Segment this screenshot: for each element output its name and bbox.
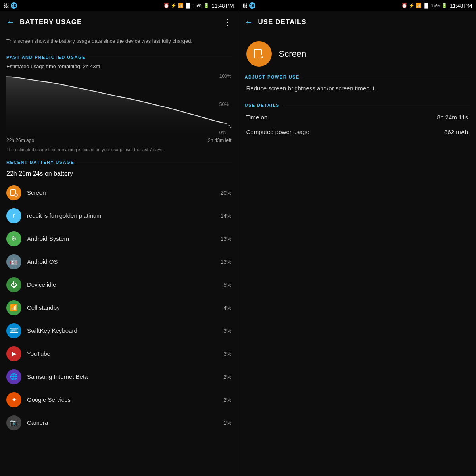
battery-list-item[interactable]: ⏻Device idle5% — [0, 273, 238, 296]
detail-value-0: 8h 24m 11s — [437, 114, 468, 121]
left-top-bar: ← BATTERY USAGE ⋮ — [0, 11, 238, 33]
battery-list-item[interactable]: ⌨SwiftKey Keyboard3% — [0, 319, 238, 342]
data-icon-r: 📶 — [416, 3, 422, 8]
right-back-button[interactable]: ← — [245, 17, 253, 27]
chart-y-labels: 100% 50% 0% — [219, 73, 232, 136]
battery-percent-right: 16% — [431, 3, 440, 8]
battery-list-item[interactable]: 📶Cell standby4% — [0, 296, 238, 319]
left-status-icons: 🖼 16 — [4, 2, 163, 9]
chart-time-labels: 22h 26m ago 2h 43m left — [0, 138, 238, 143]
section-past-predicted: PAST AND PREDICTED USAGE — [0, 51, 238, 62]
right-status-right-icons: ⏰ ⚡ 📶 ▐▌ 16% 🔋 11:48 PM — [401, 3, 472, 9]
battery-list-item[interactable]: 🤖Android OS13% — [0, 250, 238, 273]
app-percent-10: 1% — [223, 420, 231, 426]
signal-icon: ▐▌ — [185, 3, 192, 8]
battery-list-item[interactable]: 🌐Samsung Internet Beta2% — [0, 365, 238, 388]
app-name-2: Android System — [27, 235, 215, 242]
time-right: 11:48 PM — [450, 3, 472, 9]
app-percent-9: 2% — [223, 397, 231, 403]
app-icon-2: ⚙ — [6, 231, 21, 246]
battery-list-item[interactable]: Screen20% — [0, 181, 238, 204]
app-name-0: Screen — [27, 189, 215, 196]
data-icon: 📶 — [178, 3, 184, 8]
left-status-right-icons: ⏰ ⚡ 📶 ▐▌ 16% 🔋 11:48 PM — [163, 3, 234, 9]
app-icon-7: ▶ — [6, 346, 21, 361]
app-name-1: reddit is fun golden platinum — [27, 212, 215, 219]
photo-icon-right: 🖼 — [242, 3, 247, 8]
battery-list-item[interactable]: rreddit is fun golden platinum14% — [0, 204, 238, 227]
detail-label-1: Computed power usage — [246, 129, 309, 135]
app-percent-5: 4% — [223, 305, 231, 311]
app-icon-0 — [6, 185, 21, 200]
estimated-remaining: Estimated usage time remaining: 2h 43m — [0, 62, 238, 73]
screens-container: ← BATTERY USAGE ⋮ This screen shows the … — [0, 11, 476, 476]
notification-badge-right: 16 — [249, 2, 255, 9]
detail-row-0: Time on8h 24m 11s — [238, 110, 476, 125]
detail-rows: Time on8h 24m 11sComputed power usage862… — [238, 110, 476, 139]
right-screen-content: Screen ADJUST POWER USE Reduce screen br… — [238, 33, 476, 476]
dual-status-bar: 🖼 16 ⏰ ⚡ 📶 ▐▌ 16% 🔋 11:48 PM 🖼 16 ⏰ ⚡ 📶 … — [0, 0, 476, 11]
battery-list-item[interactable]: ▶YouTube3% — [0, 342, 238, 365]
battery-chart: 100% 50% 0% — [0, 73, 238, 136]
app-battery-list: Screen20%rreddit is fun golden platinum1… — [0, 181, 238, 434]
detail-value-1: 862 mAh — [444, 129, 468, 135]
app-percent-2: 13% — [220, 236, 231, 242]
battery-list-item[interactable]: 📷Camera1% — [0, 411, 238, 434]
right-status-bar: 🖼 16 ⏰ ⚡ 📶 ▐▌ 16% 🔋 11:48 PM — [238, 0, 476, 11]
app-icon-3: 🤖 — [6, 254, 21, 269]
screen-app-icon — [246, 41, 272, 67]
battery-icon-right: 🔋 — [441, 3, 447, 8]
section-recent-usage: RECENT BATTERY USAGE — [0, 156, 238, 167]
signal-icon-r: ▐▌ — [423, 3, 430, 8]
bolt-icon-r: ⚡ — [409, 3, 415, 8]
detail-row-1: Computed power usage862 mAh — [238, 125, 476, 139]
app-icon-9: ✦ — [6, 392, 21, 407]
app-percent-3: 13% — [220, 259, 231, 265]
app-percent-1: 14% — [220, 213, 231, 219]
battery-icon-left: 🔋 — [203, 3, 209, 8]
section-use-details: USE DETAILS — [238, 99, 476, 110]
left-menu-dots[interactable]: ⋮ — [224, 17, 232, 27]
app-name-3: Android OS — [27, 258, 215, 265]
section-adjust-power: ADJUST POWER USE — [238, 71, 476, 82]
app-percent-7: 3% — [223, 351, 231, 357]
screen-app-name: Screen — [279, 49, 307, 59]
left-screen-panel: ← BATTERY USAGE ⋮ This screen shows the … — [0, 11, 238, 476]
detail-label-0: Time on — [246, 114, 268, 121]
app-percent-8: 2% — [223, 374, 231, 380]
battery-list-item[interactable]: ✦Google Services2% — [0, 388, 238, 411]
chart-label-50: 50% — [219, 102, 232, 107]
app-name-5: Cell standby — [27, 304, 218, 311]
estimate-note: The estimated usage time remaining is ba… — [0, 146, 238, 156]
chart-time-start: 22h 26m ago — [6, 138, 34, 143]
photo-icon: 🖼 — [4, 3, 9, 8]
app-name-9: Google Services — [27, 396, 218, 403]
notification-badge: 16 — [11, 2, 17, 9]
bolt-icon: ⚡ — [171, 3, 177, 8]
app-icon-4: ⏻ — [6, 277, 21, 292]
battery-duration: 22h 26m 24s on battery — [0, 167, 238, 181]
app-icon-10: 📷 — [6, 415, 21, 430]
app-icon-5: 📶 — [6, 300, 21, 315]
left-status-bar: 🖼 16 ⏰ ⚡ 📶 ▐▌ 16% 🔋 11:48 PM — [0, 0, 238, 11]
screen-icon-header: Screen — [238, 33, 476, 71]
left-screen-title: BATTERY USAGE — [20, 18, 224, 26]
alarm-icon-r: ⏰ — [401, 3, 407, 8]
adjust-power-text: Reduce screen brightness and/or screen t… — [238, 82, 476, 99]
battery-list-item[interactable]: ⚙Android System13% — [0, 227, 238, 250]
time-left: 11:48 PM — [212, 3, 234, 9]
battery-percent-left: 16% — [193, 3, 202, 8]
app-name-6: SwiftKey Keyboard — [27, 327, 218, 334]
right-top-bar: ← USE DETAILS — [238, 11, 476, 33]
app-percent-4: 5% — [223, 282, 231, 288]
battery-description: This screen shows the battery usage data… — [0, 33, 238, 51]
app-icon-8: 🌐 — [6, 369, 21, 384]
left-back-button[interactable]: ← — [6, 17, 15, 27]
app-name-4: Device idle — [27, 281, 218, 288]
right-screen-title: USE DETAILS — [258, 18, 470, 26]
left-screen-content: This screen shows the battery usage data… — [0, 33, 238, 476]
chart-label-100: 100% — [219, 73, 232, 79]
battery-chart-svg — [6, 73, 232, 136]
chart-time-end: 2h 43m left — [208, 138, 231, 143]
chart-label-0: 0% — [219, 130, 232, 135]
